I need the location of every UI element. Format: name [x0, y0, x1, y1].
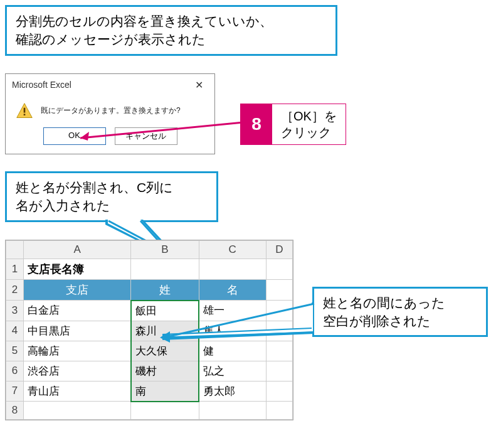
cell-a4[interactable]: 中目黒店: [24, 321, 131, 341]
cell-d7[interactable]: [266, 381, 292, 402]
cell-c7[interactable]: 勇太郎: [199, 381, 266, 402]
cancel-button[interactable]: キャンセル: [115, 127, 177, 145]
cell-d8[interactable]: [266, 402, 292, 420]
cell-d3[interactable]: [266, 301, 292, 321]
select-all-corner[interactable]: [6, 240, 24, 259]
cell-d4[interactable]: [266, 321, 292, 341]
cell-b4[interactable]: 森川: [131, 321, 199, 341]
step-number: 8: [241, 104, 272, 144]
cell-a6[interactable]: 渋谷店: [24, 361, 131, 381]
spreadsheet[interactable]: A B C D 1 支店長名簿 2 支店 姓 名 3 白金店 飯田 雄一 4: [5, 240, 293, 421]
step-8: 8 ［OK］を クリック: [240, 104, 346, 145]
cell-c3[interactable]: 雄一: [199, 301, 266, 321]
col-header-c[interactable]: C: [199, 240, 266, 259]
col-header-d[interactable]: D: [266, 240, 292, 259]
cell-c2[interactable]: 名: [199, 279, 266, 301]
row-header-8[interactable]: 8: [6, 402, 24, 420]
row-header-2[interactable]: 2: [6, 279, 24, 301]
cell-a8[interactable]: [24, 402, 131, 420]
cell-d5[interactable]: [266, 341, 292, 361]
cell-a2[interactable]: 支店: [24, 279, 131, 301]
cell-b1[interactable]: [131, 259, 199, 279]
callout-right: 姓と名の間にあった 空白が削除された: [312, 287, 488, 338]
dialog-title: Microsoft Excel: [12, 80, 71, 90]
cell-b5[interactable]: 大久保: [131, 341, 199, 361]
row-header-4[interactable]: 4: [6, 321, 24, 341]
cell-c6[interactable]: 弘之: [199, 361, 266, 381]
cell-c4[interactable]: 隼人: [199, 321, 266, 341]
cell-d6[interactable]: [266, 361, 292, 381]
row-header-3[interactable]: 3: [6, 301, 24, 321]
callout-mid-text: 姓と名が分割され、C列に 名が入力された: [16, 180, 173, 213]
cell-c1[interactable]: [199, 259, 266, 279]
cell-b6[interactable]: 磯村: [131, 361, 199, 381]
cell-d1[interactable]: [266, 259, 292, 279]
cell-d2[interactable]: [266, 279, 292, 301]
dialog-titlebar: Microsoft Excel ✕: [6, 74, 214, 96]
callout-top-text: 分割先のセルの内容を置き換えていいか、 確認のメッセージが表示された: [16, 14, 273, 46]
cell-a7[interactable]: 青山店: [24, 381, 131, 402]
row-header-5[interactable]: 5: [6, 341, 24, 361]
excel-dialog: Microsoft Excel ✕ 既にデータがあります。置き換えますか? OK…: [5, 73, 215, 154]
cell-b3[interactable]: 飯田: [131, 301, 199, 321]
col-header-b[interactable]: B: [131, 240, 199, 259]
col-header-a[interactable]: A: [24, 240, 131, 259]
cell-b8[interactable]: [131, 402, 199, 420]
cell-a1[interactable]: 支店長名簿: [24, 259, 131, 279]
row-header-1[interactable]: 1: [6, 259, 24, 279]
dialog-message: 既にデータがあります。置き換えますか?: [41, 105, 181, 116]
cell-a3[interactable]: 白金店: [24, 301, 131, 321]
row-header-7[interactable]: 7: [6, 381, 24, 402]
cell-c5[interactable]: 健: [199, 341, 266, 361]
callout-top: 分割先のセルの内容を置き換えていいか、 確認のメッセージが表示された: [5, 5, 337, 56]
cell-b2[interactable]: 姓: [131, 279, 199, 301]
cell-c8[interactable]: [199, 402, 266, 420]
ok-button[interactable]: OK: [43, 127, 106, 145]
svg-rect-1: [24, 108, 26, 113]
callout-right-text: 姓と名の間にあった 空白が削除された: [323, 296, 445, 328]
cell-a5[interactable]: 高輪店: [24, 341, 131, 361]
step-text: ［OK］を クリック: [272, 104, 346, 144]
warning-icon: [16, 102, 33, 120]
row-header-6[interactable]: 6: [6, 361, 24, 381]
callout-mid: 姓と名が分割され、C列に 名が入力された: [5, 171, 218, 222]
close-icon[interactable]: ✕: [190, 78, 208, 92]
svg-rect-2: [24, 114, 26, 115]
cell-b7[interactable]: 南: [131, 381, 199, 402]
